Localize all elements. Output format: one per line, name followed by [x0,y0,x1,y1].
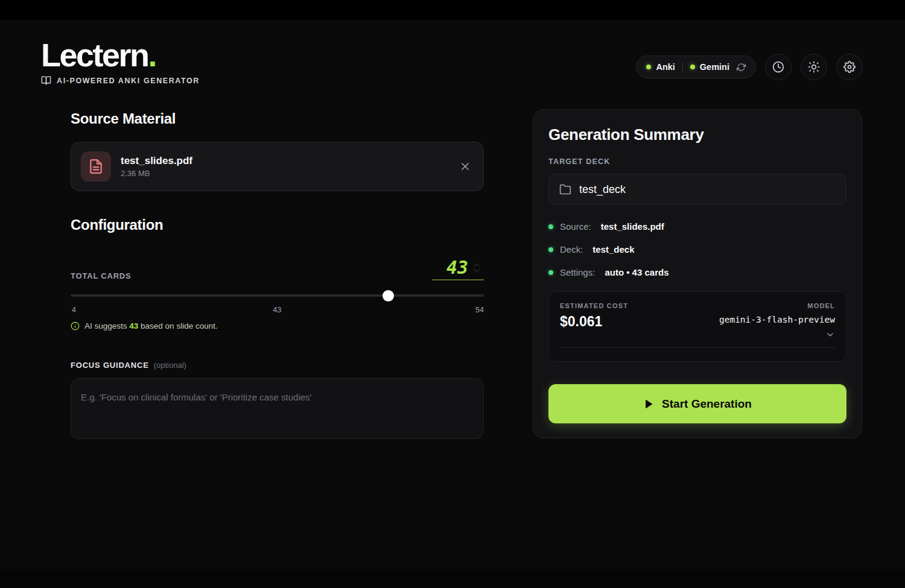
app-logo: Lectern. [41,37,200,73]
total-cards-label: TOTAL CARDS [71,271,132,280]
cost-grid: ESTIMATED COST $0.061 MODEL gemini-3-fla… [560,302,835,340]
slider-min-label: 4 [72,306,76,314]
slider-thumb[interactable] [383,290,394,302]
status-dot [548,224,553,229]
refresh-icon [737,63,746,72]
model-label: MODEL [807,302,835,309]
estimated-cost-block: ESTIMATED COST $0.061 [560,302,628,340]
total-cards-input-wrap: 43 [432,259,484,280]
connection-status-pill: Anki Gemini [636,55,756,78]
info-icon [71,321,80,330]
stepper-icon[interactable] [471,261,483,275]
top-letterbox [0,0,905,20]
source-material-heading: Source Material [71,110,484,127]
bottom-letterbox [0,569,905,588]
hint-value: 43 [129,321,138,330]
slider-scale: 4 43 54 [71,306,484,315]
folder-icon [559,183,571,195]
logo-text: Lectern [41,37,148,73]
summary-row-settings: Settings: auto • 43 cards [548,267,846,277]
gemini-status-dot [690,65,695,69]
book-open-icon [41,75,51,86]
history-button[interactable] [765,54,792,80]
gear-icon [843,61,856,73]
generation-summary-panel: Generation Summary TARGET DECK test_deck… [533,109,862,438]
file-meta: test_slides.pdf 2.36 MB [121,155,459,178]
model-value[interactable]: gemini-3-flash-preview [719,315,835,324]
gemini-status: Gemini [690,62,729,72]
start-generation-label: Start Generation [662,397,752,411]
sun-icon [808,61,820,73]
logo-accent-dot: . [148,37,156,73]
file-name: test_slides.pdf [121,155,459,167]
row-value: auto • 43 cards [605,267,668,277]
file-text-icon [88,159,104,174]
anki-status-dot [646,65,651,69]
target-deck-name: test_deck [579,183,626,196]
chevron-down-icon[interactable] [825,330,835,340]
model-block: MODEL gemini-3-flash-preview [719,302,835,340]
close-icon [459,160,471,172]
summary-rows: Source: test_slides.pdf Deck: test_deck … [548,221,846,277]
settings-button[interactable] [836,54,863,80]
target-deck-selector[interactable]: test_deck [548,174,846,205]
total-cards-row: TOTAL CARDS 43 [71,259,484,280]
file-size: 2.36 MB [121,169,459,178]
row-value: test_deck [592,244,634,254]
pill-divider [682,62,683,72]
row-label: Deck: [560,244,583,254]
total-cards-value[interactable]: 43 [437,259,468,277]
cost-divider [560,347,835,348]
slider-mid-label: 43 [273,306,282,314]
remove-file-button[interactable] [459,160,471,172]
app-tagline: AI-POWERED ANKI GENERATOR [41,75,200,86]
row-value: test_slides.pdf [601,221,664,232]
tagline-text: AI-POWERED ANKI GENERATOR [57,77,200,85]
slider-track[interactable] [71,294,484,297]
slider-max-label: 54 [475,306,484,314]
generation-summary-heading: Generation Summary [548,125,846,144]
total-cards-slider[interactable] [71,290,484,301]
anki-status: Anki [646,62,675,72]
estimated-cost-label: ESTIMATED COST [560,302,628,309]
cost-model-card: ESTIMATED COST $0.061 MODEL gemini-3-fla… [548,291,846,362]
anki-status-label: Anki [656,62,675,72]
focus-guidance-label-row: FOCUS GUIDANCE (optional) [71,361,484,370]
gemini-status-label: Gemini [700,62,729,72]
summary-row-source: Source: test_slides.pdf [548,221,846,232]
play-icon [643,399,654,409]
focus-guidance-input[interactable] [71,378,484,439]
estimated-cost-value: $0.061 [560,314,628,330]
refresh-status-button[interactable] [737,63,746,72]
status-dot [548,270,553,275]
status-dot [548,247,553,252]
uploaded-file-card: test_slides.pdf 2.36 MB [71,142,484,191]
brand-block: Lectern. AI-POWERED ANKI GENERATOR [41,37,200,86]
file-icon-badge [81,151,111,182]
theme-toggle-button[interactable] [801,54,827,80]
row-label: Settings: [560,267,595,277]
summary-row-deck: Deck: test_deck [548,244,846,254]
hint-text: AI suggests 43 based on slide count. [84,321,218,330]
hint-suffix: based on slide count. [138,321,217,330]
row-label: Source: [560,221,591,232]
app-window: Lectern. AI-POWERED ANKI GENERATOR Anki … [0,0,905,588]
focus-guidance-label: FOCUS GUIDANCE [71,361,149,370]
hint-prefix: AI suggests [84,321,129,330]
clock-icon [772,61,784,73]
configuration-heading: Configuration [71,217,484,233]
start-generation-button[interactable]: Start Generation [548,384,846,423]
main-column: Source Material test_slides.pdf 2.36 MB … [71,110,484,441]
target-deck-label: TARGET DECK [548,157,846,166]
header-actions: Anki Gemini [636,54,863,80]
focus-optional-label: (optional) [154,361,186,370]
ai-suggestion-hint: AI suggests 43 based on slide count. [71,321,484,330]
